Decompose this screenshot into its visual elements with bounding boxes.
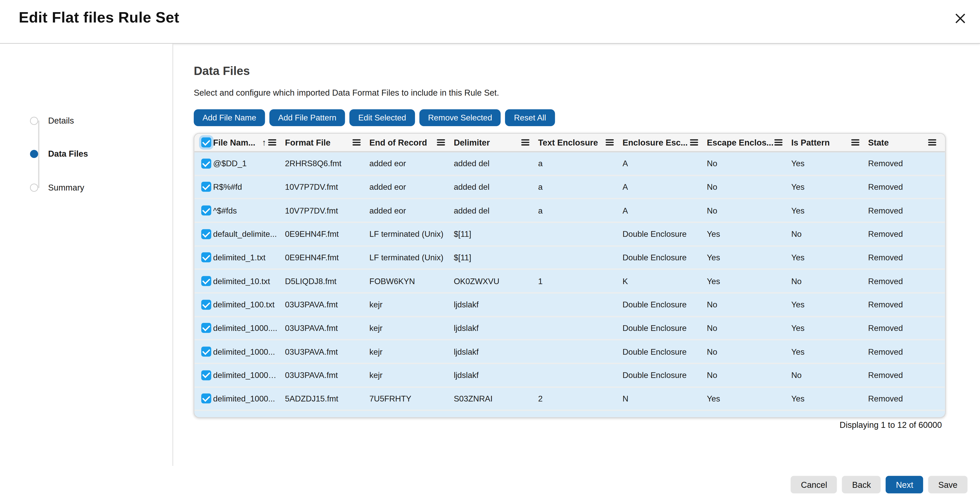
cell-file-name: default_delimite... xyxy=(213,229,285,239)
column-menu-icon[interactable] xyxy=(690,140,698,146)
column-menu-icon[interactable] xyxy=(928,140,936,146)
cell-end-of-record: kejr xyxy=(369,371,454,380)
cell-is-pattern: No xyxy=(791,276,868,285)
cell-text-enclosure: a xyxy=(538,182,622,192)
add-file-pattern-button[interactable]: Add File Pattern xyxy=(269,109,345,126)
cell-escape-enclosure: No xyxy=(707,323,791,333)
cell-file-name: delimited_1000... xyxy=(213,347,285,356)
table-row[interactable]: default_delimite... 0E9EHN4F.fmt LF term… xyxy=(194,222,945,245)
table-row[interactable]: delimited_1000.... 03U3PAVA.fmt kejr ljd… xyxy=(194,316,945,339)
row-checkbox[interactable] xyxy=(201,206,212,216)
table-row[interactable]: delimited_1000... 5ADZDJ15.fmt 7U5FRHTY … xyxy=(194,386,945,410)
data-files-table: File Nam... ↑ Format File End of Record … xyxy=(194,133,946,418)
row-checkbox[interactable] xyxy=(201,159,212,168)
cell-escape-enclosure: No xyxy=(707,347,791,356)
column-header-enclosure-escape[interactable]: Enclosure Esc... xyxy=(622,138,707,147)
cell-format-file: 2RHRS8Q6.fmt xyxy=(285,159,369,168)
column-header-text-enclosure[interactable]: Text Enclosure xyxy=(538,138,622,147)
dialog-title: Edit Flat files Rule Set xyxy=(19,9,179,26)
cell-enclosure-escape: A xyxy=(622,206,707,215)
row-checkbox[interactable] xyxy=(201,182,212,192)
cell-end-of-record: FOBW6KYN xyxy=(369,276,454,285)
cancel-button[interactable]: Cancel xyxy=(791,476,837,493)
table-row[interactable]: delimited_100.txt 03U3PAVA.fmt kejr ljds… xyxy=(194,292,945,316)
cell-format-file: D5LIQDJ8.fmt xyxy=(285,276,369,285)
cell-format-file: 0E9EHN4F.fmt xyxy=(285,229,369,239)
column-menu-icon[interactable] xyxy=(851,140,859,146)
table-row[interactable]: ^$#fds 10V7P7DV.fmt added eor added del … xyxy=(194,198,945,222)
checkmark-icon xyxy=(202,300,210,308)
column-menu-icon[interactable] xyxy=(521,140,529,146)
column-header-end-of-record[interactable]: End of Record xyxy=(369,138,454,147)
column-menu-icon[interactable] xyxy=(774,140,782,146)
cell-file-name: delimited_10.txt xyxy=(213,276,285,285)
sort-ascending-icon[interactable]: ↑ xyxy=(262,138,266,147)
cell-text-enclosure: a xyxy=(538,206,622,215)
cell-enclosure-escape: A xyxy=(622,159,707,168)
column-header-delimiter[interactable]: Delimiter xyxy=(454,138,538,147)
cell-file-name: R$%#fd xyxy=(213,182,285,192)
table-row[interactable]: delimited_10001... 03U3PAVA.fmt kejr ljd… xyxy=(194,363,945,386)
row-checkbox[interactable] xyxy=(201,252,212,263)
row-checkbox[interactable] xyxy=(201,229,212,239)
column-menu-icon[interactable] xyxy=(268,140,276,146)
remove-selected-button[interactable]: Remove Selected xyxy=(419,109,501,126)
row-checkbox[interactable] xyxy=(201,394,212,404)
row-checkbox[interactable] xyxy=(201,347,212,357)
cell-is-pattern: Yes xyxy=(791,206,868,215)
row-checkbox[interactable] xyxy=(201,417,212,418)
table-row[interactable]: delimited_10.txt D5LIQDJ8.fmt FOBW6KYN O… xyxy=(194,269,945,292)
column-menu-icon[interactable] xyxy=(437,140,445,146)
cell-end-of-record: kejr xyxy=(369,347,454,356)
column-header-file-name[interactable]: File Nam... ↑ xyxy=(213,138,285,147)
cell-is-pattern: No xyxy=(791,417,868,418)
cell-is-pattern: No xyxy=(791,229,868,239)
column-header-is-pattern[interactable]: Is Pattern xyxy=(791,138,868,147)
column-menu-icon[interactable] xyxy=(606,140,614,146)
cell-end-of-record: kejr xyxy=(369,323,454,333)
select-all-checkbox[interactable] xyxy=(201,137,212,147)
row-checkbox[interactable] xyxy=(201,276,212,286)
cell-delimiter: $[11] xyxy=(454,229,538,239)
row-checkbox[interactable] xyxy=(201,300,212,310)
cell-text-enclosure: 2 xyxy=(538,394,622,403)
wizard-step-details[interactable]: Details xyxy=(30,115,74,126)
column-menu-icon[interactable] xyxy=(353,140,361,146)
cell-escape-enclosure: No xyxy=(707,300,791,309)
table-row[interactable]: delimited_1000... 03U3PAVA.fmt kejr ljds… xyxy=(194,339,945,363)
add-file-name-button[interactable]: Add File Name xyxy=(194,109,265,126)
column-header-state[interactable]: State xyxy=(868,138,945,147)
next-button[interactable]: Next xyxy=(886,476,923,493)
back-button[interactable]: Back xyxy=(842,476,881,493)
save-button[interactable]: Save xyxy=(928,476,967,493)
table-row[interactable]: delimited_1000... 2RHRS8Q6.fmt updated e… xyxy=(194,410,945,418)
edit-selected-button[interactable]: Edit Selected xyxy=(350,109,415,126)
cell-end-of-record: 7U5FRHTY xyxy=(369,394,454,403)
cell-is-pattern: No xyxy=(791,371,868,380)
table-row[interactable]: delimited_1.txt 0E9EHN4F.fmt LF terminat… xyxy=(194,245,945,269)
row-checkbox[interactable] xyxy=(201,323,212,333)
checkmark-icon xyxy=(202,323,210,331)
table-row[interactable]: R$%#fd 10V7P7DV.fmt added eor added del … xyxy=(194,175,945,198)
row-checkbox[interactable] xyxy=(201,370,212,380)
cell-format-file: 03U3PAVA.fmt xyxy=(285,347,369,356)
reset-all-button[interactable]: Reset All xyxy=(505,109,555,126)
cell-format-file: 0E9EHN4F.fmt xyxy=(285,253,369,262)
cell-format-file: 10V7P7DV.fmt xyxy=(285,182,369,192)
cell-format-file: 03U3PAVA.fmt xyxy=(285,323,369,333)
table-row[interactable]: @$DD_1 2RHRS8Q6.fmt added eor added del … xyxy=(194,152,945,174)
cell-state: Removed xyxy=(868,159,945,168)
checkmark-icon xyxy=(202,206,210,214)
column-header-format-file[interactable]: Format File xyxy=(285,138,369,147)
cell-state: Removed xyxy=(868,347,945,356)
cell-format-file: 03U3PAVA.fmt xyxy=(285,371,369,380)
wizard-step-data-files[interactable]: Data Files xyxy=(30,148,88,159)
wizard-step-summary[interactable]: Summary xyxy=(30,182,84,193)
cell-end-of-record: added eor xyxy=(369,206,454,215)
close-button[interactable] xyxy=(950,8,971,29)
cell-delimiter: S03ZNRAI xyxy=(454,394,538,403)
cell-delimiter: updated del xyxy=(454,417,538,418)
cell-escape-enclosure: No xyxy=(707,159,791,168)
column-header-escape-enclosure[interactable]: Escape Enclos... xyxy=(707,138,791,147)
cell-delimiter: ljdslakf xyxy=(454,300,538,309)
